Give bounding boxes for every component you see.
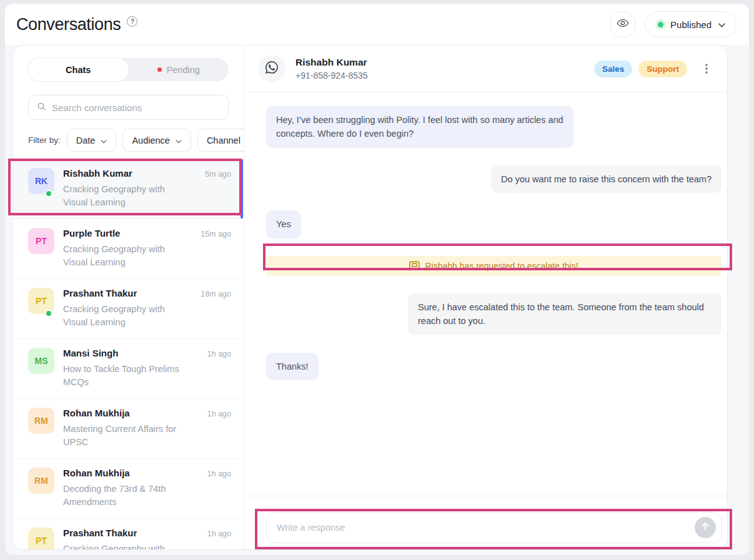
tab-chats[interactable]: Chats (28, 58, 129, 81)
app-header: Conversations ? Published (5, 4, 749, 45)
chevron-down-icon (176, 135, 182, 145)
conversation-preview: How to Tackle Tough Prelims MCQs (63, 363, 191, 389)
conversation-name: Rohan Mukhija (63, 408, 130, 419)
tag-sales[interactable]: Sales (594, 61, 632, 77)
message-row: Sure, I have escalated this to the team.… (266, 293, 722, 335)
search-input[interactable] (52, 102, 220, 113)
conversation-item[interactable]: PT Prashant Thakur1h ago Cracking Geogra… (13, 518, 244, 549)
filter-audience-label: Audience (132, 135, 169, 145)
incoming-message: Hey, I’ve been struggling with Polity. I… (266, 106, 573, 148)
conversation-name: Prashant Thakur (63, 528, 137, 539)
composer-area (244, 496, 727, 549)
conversation-list: RK Rishabh Kumar5m ago Cracking Geograph… (13, 159, 244, 549)
message-row: Thanks! (266, 353, 722, 380)
tag-support[interactable]: Support (638, 61, 687, 77)
message-row: Do you want me to raise this concern wit… (266, 165, 722, 193)
filter-by-label: Filter by: (28, 135, 61, 145)
conversation-time: 1h ago (207, 350, 231, 358)
sidebar-controls: Chats Pending Filter b (13, 46, 244, 152)
escalation-banner-row: Rishabh has requested to escalate this! (266, 256, 722, 276)
help-icon[interactable]: ? (127, 16, 137, 27)
avatar: RM (28, 408, 54, 434)
filter-date-label: Date (76, 135, 96, 145)
conversation-preview: Cracking Geography with Visual Learning (63, 543, 191, 549)
preview-button[interactable] (610, 11, 636, 37)
tab-pending-label: Pending (167, 65, 200, 75)
header-actions: Published (610, 11, 737, 37)
chevron-down-icon (101, 135, 107, 145)
conversation-name: Rohan Mukhija (63, 468, 130, 479)
chat-header: Rishabh Kumar +91-858-924-8535 Sales Sup… (244, 46, 727, 92)
tab-pending[interactable]: Pending (129, 58, 229, 81)
avatar: PT (28, 528, 54, 549)
message-row: Yes (266, 210, 722, 238)
publish-status-dropdown[interactable]: Published (645, 11, 737, 37)
chats-pending-tabs: Chats Pending (28, 58, 229, 81)
filter-channel-dropdown[interactable]: Channel (197, 129, 244, 152)
incoming-message: Thanks! (266, 353, 319, 380)
avatar: MS (28, 348, 54, 374)
contact-name: Rishabh Kumar (295, 57, 368, 68)
conversation-time: 1h ago (207, 529, 231, 538)
avatar: RM (28, 468, 54, 494)
outgoing-message: Do you want me to raise this concern wit… (491, 165, 722, 193)
search-conversations (28, 95, 229, 120)
message-thread: Hey, I’ve been struggling with Polity. I… (244, 92, 727, 496)
conversation-time: 15m ago (201, 230, 231, 238)
conversation-time: 5m ago (205, 170, 231, 179)
online-status-dot (45, 310, 52, 317)
channel-avatar (258, 55, 285, 82)
pending-dot (157, 67, 162, 72)
conversation-item[interactable]: RM Rohan Mukhija1h ago Decoding the 73rd… (13, 458, 244, 518)
content-card: Chats Pending Filter b (12, 45, 728, 550)
conversation-preview: Decoding the 73rd & 74th Amendments (63, 483, 191, 509)
conversation-item[interactable]: PT Purple Turtle15m ago Cracking Geograp… (13, 219, 244, 278)
app-window: Conversations ? Published (5, 4, 749, 555)
chevron-down-icon (718, 19, 725, 30)
page-title: Conversations (16, 15, 121, 34)
sidebar-scrollbar[interactable] (241, 159, 243, 219)
published-status-label: Published (670, 19, 712, 30)
online-status-dot (45, 190, 52, 197)
conversation-preview: Cracking Geography with Visual Learning (63, 183, 191, 209)
conversation-preview: Mastering Current Affairs for UPSC (63, 423, 191, 449)
escalation-banner: Rishabh has requested to escalate this! (266, 256, 722, 276)
response-input[interactable] (277, 523, 695, 533)
conversation-time: 1h ago (207, 410, 231, 418)
conversation-preview: Cracking Geography with Visual Learning (63, 243, 191, 269)
conversation-item[interactable]: PT Prashant Thakur18m ago Cracking Geogr… (13, 278, 244, 338)
filter-date-dropdown[interactable]: Date (67, 129, 117, 152)
conversation-name: Rishabh Kumar (63, 168, 132, 179)
more-options-button[interactable] (698, 61, 715, 77)
tab-chats-label: Chats (66, 65, 91, 75)
chat-panel: Rishabh Kumar +91-858-924-8535 Sales Sup… (244, 46, 727, 549)
outgoing-message: Sure, I have escalated this to the team.… (408, 293, 722, 335)
conversations-sidebar: Chats Pending Filter b (13, 46, 244, 549)
contact-phone: +91-858-924-8535 (295, 71, 368, 81)
conversation-time: 18m ago (201, 290, 231, 298)
conversation-name: Purple Turtle (63, 228, 120, 239)
filter-channel-label: Channel (207, 135, 241, 145)
conversation-item[interactable]: MS Mansi Singh1h ago How to Tackle Tough… (13, 338, 244, 398)
eye-icon (617, 17, 629, 32)
conversation-name: Prashant Thakur (63, 288, 137, 299)
ticket-icon (409, 261, 420, 271)
conversation-name: Mansi Singh (63, 348, 118, 359)
arrow-up-icon (700, 521, 710, 534)
search-icon (37, 102, 46, 114)
app-body: Chats Pending Filter b (5, 45, 749, 555)
conversation-preview: Cracking Geography with Visual Learning (63, 303, 191, 329)
conversation-item[interactable]: RK Rishabh Kumar5m ago Cracking Geograph… (13, 159, 244, 219)
kebab-icon (705, 64, 708, 74)
message-row: Hey, I’ve been struggling with Polity. I… (266, 106, 722, 148)
send-button[interactable] (695, 517, 716, 538)
published-status-dot (658, 22, 663, 27)
response-input-box (266, 512, 722, 543)
escalation-banner-text: Rishabh has requested to escalate this! (425, 261, 578, 271)
filter-row: Filter by: Date Audience Channel (28, 129, 229, 152)
incoming-message: Yes (266, 210, 301, 238)
conversation-item[interactable]: RM Rohan Mukhija1h ago Mastering Current… (13, 398, 244, 458)
filter-audience-dropdown[interactable]: Audience (122, 129, 191, 152)
avatar: PT (28, 228, 54, 254)
conversation-time: 1h ago (207, 469, 231, 478)
